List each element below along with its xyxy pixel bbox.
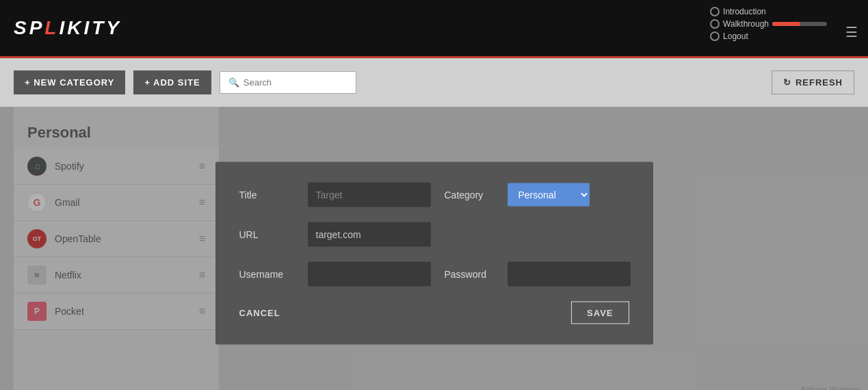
progress-fill — [772, 22, 800, 26]
circle-icon — [710, 19, 720, 29]
title-input[interactable] — [308, 182, 431, 207]
nav-item-introduction[interactable]: Introduction — [710, 7, 766, 16]
category-label: Category — [445, 189, 499, 200]
add-site-modal: Title Category Personal Work Other URL U… — [215, 161, 653, 344]
progress-bar — [772, 22, 827, 26]
circle-icon — [710, 31, 720, 41]
save-button[interactable]: SAVE — [571, 301, 629, 324]
username-label: Username — [239, 268, 294, 279]
modal-row-url: URL — [239, 222, 629, 246]
modal-row-credentials: Username Password — [239, 261, 629, 286]
cancel-button[interactable]: CANCEL — [239, 307, 280, 317]
nav-item-logout[interactable]: Logout — [710, 31, 748, 41]
hamburger-icon[interactable]: ☰ — [845, 24, 858, 40]
password-label: Password — [445, 268, 499, 279]
toolbar: + NEW CATEGORY + ADD SITE 🔍 ↻ REFRESH — [0, 58, 868, 107]
search-box: 🔍 — [220, 71, 356, 94]
header-nav: Introduction Walkthrough Logout — [710, 7, 827, 41]
circle-icon — [710, 7, 720, 16]
url-label: URL — [239, 229, 294, 239]
title-label: Title — [239, 189, 294, 200]
main-content: Personal ♫ Spotify ≡ G Gmail ≡ OT OpenTa… — [0, 107, 868, 390]
search-input[interactable] — [244, 77, 347, 88]
url-input[interactable] — [308, 222, 431, 246]
refresh-button[interactable]: ↻ REFRESH — [772, 70, 854, 94]
header: SPLIKITY Introduction Walkthrough Logout… — [0, 0, 868, 58]
add-site-button[interactable]: + ADD SITE — [133, 70, 211, 94]
search-icon: 🔍 — [228, 77, 239, 88]
modal-actions: CANCEL SAVE — [239, 301, 629, 324]
modal-row-title: Title Category Personal Work Other — [239, 182, 629, 207]
category-select[interactable]: Personal Work Other — [508, 183, 590, 206]
category-section: Category Personal Work Other — [445, 183, 629, 206]
password-input[interactable] — [508, 261, 631, 286]
logo: SPLIKITY — [14, 17, 122, 39]
password-section: Password — [445, 261, 631, 286]
username-input[interactable] — [308, 261, 431, 286]
refresh-icon: ↻ — [783, 77, 791, 88]
new-category-button[interactable]: + NEW CATEGORY — [14, 70, 125, 94]
nav-item-walkthrough[interactable]: Walkthrough — [710, 19, 827, 29]
